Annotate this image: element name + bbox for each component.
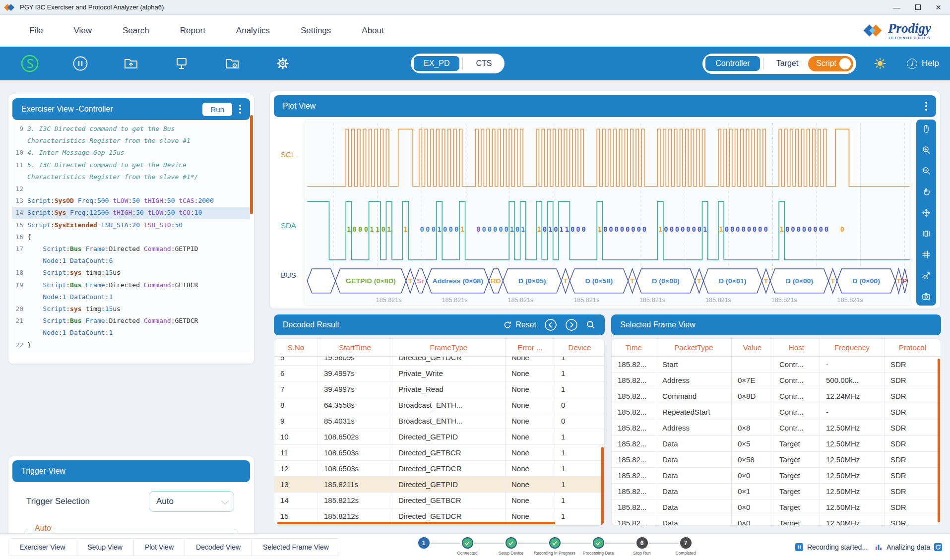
- menu-item-search[interactable]: Search: [107, 22, 165, 40]
- trend-chart-icon[interactable]: [921, 270, 931, 280]
- tab-cts[interactable]: CTS: [466, 56, 502, 71]
- code-line[interactable]: 22}: [12, 339, 250, 351]
- view-tab-setup-view[interactable]: Setup View: [76, 539, 134, 556]
- move-icon[interactable]: [921, 208, 931, 218]
- code-line[interactable]: 115. I3C Directed command to get the Dev…: [12, 159, 250, 171]
- code-line[interactable]: Characteristics Register from the slave …: [12, 135, 250, 147]
- line-number: [12, 291, 27, 303]
- mouse-icon[interactable]: [921, 124, 931, 134]
- folder-settings-icon[interactable]: [222, 54, 242, 73]
- table-row[interactable]: 639.4997sPrivate_WriteNone1: [274, 366, 604, 381]
- device-monitor-icon[interactable]: [172, 54, 191, 73]
- search-icon[interactable]: [586, 320, 596, 330]
- table-cell: 108.6502s: [318, 429, 392, 444]
- table-row[interactable]: 185.82...Command0×8DContr...12.24MHzSDR: [612, 388, 941, 404]
- menu-item-report[interactable]: Report: [165, 22, 221, 40]
- table-cell: Target: [773, 468, 820, 483]
- table-cell: SDR: [885, 468, 941, 483]
- svg-text:RD: RD: [491, 277, 501, 285]
- table-row[interactable]: 519.9609sDirected_GETDCRNone1: [274, 357, 604, 366]
- table-row[interactable]: 185.82...RepeatedStartContr...-SDR: [612, 404, 941, 420]
- menu-item-file[interactable]: File: [14, 22, 58, 40]
- code-line[interactable]: 15Script:SysExtended tSU_STA:20 tSU_STO:…: [12, 219, 250, 231]
- exerciser-menu-icon[interactable]: [239, 105, 241, 114]
- zoom-in-icon[interactable]: [921, 145, 931, 155]
- code-line[interactable]: Node:1 DataCount:1: [12, 291, 250, 303]
- table-row[interactable]: 185.82...Data0×0Target12.50MHzSDR: [612, 468, 941, 484]
- camera-icon[interactable]: [921, 291, 931, 301]
- panels-icon[interactable]: [921, 229, 931, 239]
- table-row[interactable]: 13185.8211sDirected_GETPIDNone1: [274, 477, 604, 493]
- code-line[interactable]: 21 Script:Bus Frame:Directed Command:GET…: [12, 315, 250, 327]
- view-tab-decoded-view[interactable]: Decoded View: [185, 539, 252, 556]
- view-tab-plot-view[interactable]: Plot View: [134, 539, 185, 556]
- table-row[interactable]: 185.82...StartContr...-SDR: [612, 357, 941, 373]
- help-button[interactable]: i Help: [907, 59, 939, 69]
- sun-theme-icon[interactable]: [870, 54, 890, 73]
- code-line[interactable]: 16{: [12, 231, 250, 243]
- svg-text:0: 0: [730, 226, 734, 233]
- pan-hand-icon[interactable]: [921, 187, 931, 196]
- code-line[interactable]: 18 Script:sys timg:15us: [12, 267, 250, 279]
- settings-gear-icon[interactable]: [273, 54, 293, 73]
- next-circle-icon[interactable]: [565, 318, 578, 331]
- code-line[interactable]: 12: [12, 183, 250, 195]
- table-row[interactable]: 985.4031sBroadcast_ENTH...None0: [274, 413, 604, 429]
- table-row[interactable]: 185.82...Data0×0Target12.50MHzSDR: [612, 499, 941, 515]
- plot-menu-icon[interactable]: [925, 102, 927, 111]
- grid-icon[interactable]: [921, 249, 931, 259]
- minimize-button[interactable]: —: [893, 3, 900, 11]
- code-line[interactable]: Node:1 DataCount:1: [12, 327, 250, 339]
- menu-item-about[interactable]: About: [346, 22, 399, 40]
- script-editor[interactable]: 93. I3C Directed command to get the BusC…: [12, 123, 250, 352]
- table-cell: 108.6503s: [318, 445, 392, 460]
- table-row[interactable]: 14185.8212sDirected_GETBCRNone1: [274, 493, 604, 508]
- table-row[interactable]: 185.82...Data0×5Target12.50MHzSDR: [612, 436, 941, 452]
- view-tab-selected-frame-view[interactable]: Selected Frame View: [252, 539, 340, 556]
- pause-icon[interactable]: [70, 54, 90, 73]
- code-line[interactable]: 104. Inter Message Gap 15us: [12, 147, 250, 159]
- table-row[interactable]: 185.82...Data0×0Target12.50MHzSDR: [612, 515, 941, 526]
- main-toolbar: EX_PD CTS Controller Target Script i Hel…: [0, 47, 950, 80]
- trigger-selection-dropdown[interactable]: Auto: [149, 491, 234, 512]
- editor-scrollbar[interactable]: [250, 115, 253, 214]
- menu-item-analytics[interactable]: Analytics: [221, 22, 285, 40]
- table-row[interactable]: 185.82...Address0×8Contr...12.50MHzSDR: [612, 420, 941, 436]
- run-button[interactable]: Run: [202, 103, 232, 116]
- folder-upload-icon[interactable]: [121, 54, 141, 73]
- reset-button[interactable]: Reset: [503, 320, 536, 329]
- prev-circle-icon[interactable]: [544, 318, 557, 331]
- tab-target[interactable]: Target: [766, 56, 808, 71]
- view-tab-exerciser-view[interactable]: Exerciser View: [8, 539, 76, 556]
- table-row[interactable]: 12108.6503sDirected_GETDCRNone1: [274, 461, 604, 477]
- zoom-out-icon[interactable]: [921, 166, 931, 176]
- script-toggle[interactable]: Script: [808, 56, 853, 71]
- waveform-area[interactable]: 1000110110001000100000010110101100010000…: [305, 120, 912, 306]
- code-line[interactable]: 19 Script:Bus Frame:Directed Command:GET…: [12, 279, 250, 291]
- code-line[interactable]: 20 Script:sys timg:15us: [12, 303, 250, 315]
- svg-text:185.821s: 185.821s: [442, 297, 468, 304]
- menu-item-view[interactable]: View: [58, 22, 107, 40]
- table-row[interactable]: 185.82...Address0×7EContr...500.00k...SD…: [612, 373, 941, 388]
- code-line[interactable]: 14Script:Sys Freq:12500 tHIGH:50 tLOW:50…: [12, 207, 250, 219]
- close-button[interactable]: ×: [936, 2, 941, 12]
- table-row[interactable]: 739.4997sPrivate_ReadNone1: [274, 381, 604, 397]
- code-line[interactable]: Node:1 DataCount:6: [12, 255, 250, 267]
- code-line[interactable]: 93. I3C Directed command to get the Bus: [12, 123, 250, 135]
- table-row[interactable]: 11108.6503sDirected_GETBCRNone1: [274, 445, 604, 461]
- table-row[interactable]: 185.82...Data0×1Target12.50MHzSDR: [612, 484, 941, 499]
- table-row[interactable]: 10108.6502sDirected_GETPIDNone1: [274, 429, 604, 445]
- code-line[interactable]: 13Script:SysOD Freq:500 tLOW:50 tHIGH:50…: [12, 195, 250, 207]
- table-row[interactable]: 864.3558sBroadcast_ENTH...None0: [274, 397, 604, 413]
- code-line[interactable]: Characteristics Register from the slave …: [12, 171, 250, 183]
- tab-ex-pd[interactable]: EX_PD: [414, 56, 459, 71]
- table-row[interactable]: 185.82...Data0×58Target12.50MHzSDR: [612, 452, 941, 468]
- exerciser-run-icon[interactable]: [20, 54, 40, 73]
- menu-item-settings[interactable]: Settings: [285, 22, 346, 40]
- decoded-vscrollbar[interactable]: [601, 447, 604, 526]
- tab-controller[interactable]: Controller: [705, 56, 760, 71]
- maximize-button[interactable]: [915, 4, 921, 10]
- decoded-hscrollbar[interactable]: [277, 522, 555, 524]
- frame-vscrollbar[interactable]: [938, 359, 940, 522]
- code-line[interactable]: 17 Script:Bus Frame:Directed Command:GET…: [12, 243, 250, 255]
